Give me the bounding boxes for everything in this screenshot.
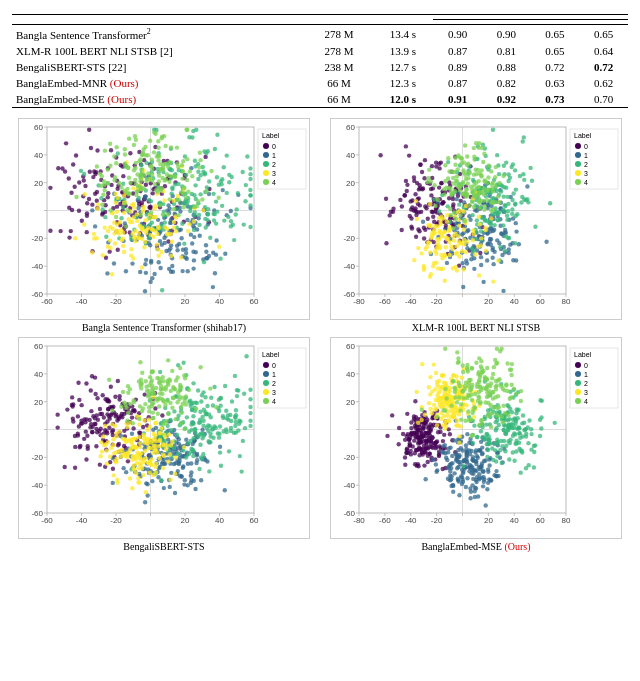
- model-name: Bangla Sentence Transformer2: [12, 25, 306, 43]
- accuracy: 0.90: [482, 25, 531, 43]
- params: 278 M: [306, 43, 372, 59]
- plot-title: Bangla Sentence Transformer (shihab17): [82, 322, 246, 333]
- accuracy: 0.81: [482, 43, 531, 59]
- params: 66 M: [306, 91, 372, 108]
- scatter-plot-2: [330, 118, 622, 320]
- r-value: 0.70: [579, 91, 628, 108]
- accuracy: 0.92: [482, 91, 531, 108]
- scatter-plot-1: [18, 118, 310, 320]
- table-row: BanglaEmbed-MSE (Ours)66 M12.0 s0.910.92…: [12, 91, 628, 108]
- inf-time: 12.3 s: [372, 75, 433, 91]
- rho: 0.65: [531, 25, 580, 43]
- model-name: XLM-R 100L BERT NLI STSB [2]: [12, 43, 306, 59]
- inf-time: 12.0 s: [372, 91, 433, 108]
- ours-tag: (Ours): [110, 77, 139, 89]
- plot-container: Bangla Sentence Transformer (shihab17): [12, 118, 316, 333]
- inf-time: 13.4 s: [372, 25, 433, 43]
- rho: 0.72: [531, 59, 580, 75]
- r-value: 0.65: [579, 25, 628, 43]
- plot-container: BengaliSBERT-STS: [12, 337, 316, 552]
- mcs: 0.91: [433, 91, 482, 108]
- plots-grid: Bangla Sentence Transformer (shihab17)XL…: [12, 118, 628, 552]
- r-value: 0.72: [579, 59, 628, 75]
- rho: 0.65: [531, 43, 580, 59]
- table-row: XLM-R 100L BERT NLI STSB [2]278 M13.9 s0…: [12, 43, 628, 59]
- col-inference: [372, 15, 433, 25]
- r-value: 0.64: [579, 43, 628, 59]
- ours-tag: (Ours): [107, 93, 136, 105]
- mcs: 0.87: [433, 43, 482, 59]
- rho: 0.63: [531, 75, 580, 91]
- table-row: Bangla Sentence Transformer2278 M13.4 s0…: [12, 25, 628, 43]
- table-row: BanglaEmbed-MNR (Ours)66 M12.3 s0.870.82…: [12, 75, 628, 91]
- params: 238 M: [306, 59, 372, 75]
- model-name: BanglaEmbed-MSE (Ours): [12, 91, 306, 108]
- plot-container: XLM-R 100L BERT NLI STSB: [324, 118, 628, 333]
- plot-title: XLM-R 100L BERT NLI STSB: [412, 322, 540, 333]
- model-name: BanglaEmbed-MNR (Ours): [12, 75, 306, 91]
- plot-container: BanglaEmbed-MSE (Ours): [324, 337, 628, 552]
- results-table: Bangla Sentence Transformer2278 M13.4 s0…: [12, 14, 628, 108]
- rho: 0.73: [531, 91, 580, 108]
- scatter-plot-4: [330, 337, 622, 539]
- params: 278 M: [306, 25, 372, 43]
- accuracy: 0.82: [482, 75, 531, 91]
- inf-time: 13.9 s: [372, 43, 433, 59]
- mcs: 0.90: [433, 25, 482, 43]
- params: 66 M: [306, 75, 372, 91]
- accuracy: 0.88: [482, 59, 531, 75]
- inf-time: 12.7 s: [372, 59, 433, 75]
- col-parameters: [306, 15, 372, 25]
- plot-title: BanglaEmbed-MSE (Ours): [421, 541, 530, 552]
- table-row: BengaliSBERT-STS [22]238 M12.7 s0.890.88…: [12, 59, 628, 75]
- r-value: 0.62: [579, 75, 628, 91]
- col-models: [12, 15, 306, 25]
- plot-title: BengaliSBERT-STS: [123, 541, 204, 552]
- ours-label: (Ours): [504, 541, 530, 552]
- mcs: 0.87: [433, 75, 482, 91]
- mcs: 0.89: [433, 59, 482, 75]
- model-name: BengaliSBERT-STS [22]: [12, 59, 306, 75]
- scatter-plot-3: [18, 337, 310, 539]
